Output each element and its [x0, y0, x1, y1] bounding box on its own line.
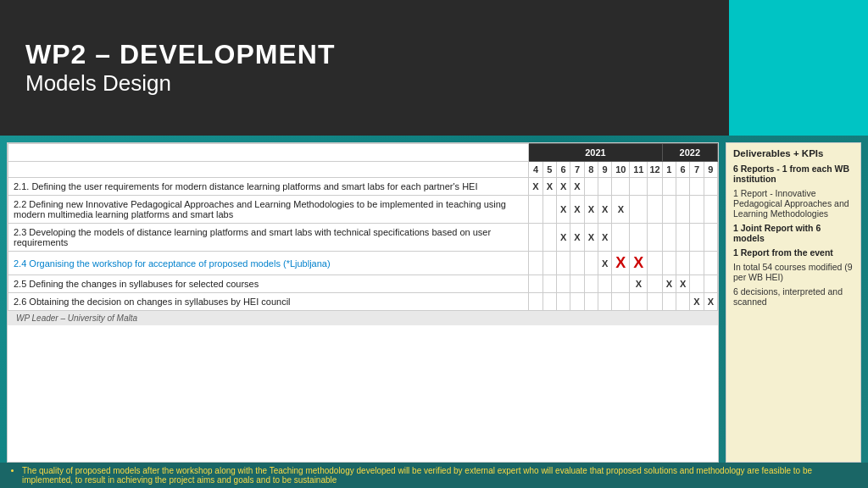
cell-26-11	[630, 293, 648, 311]
cell-26-12	[648, 293, 662, 311]
task-22: 2.2 Defining new Innovative Pedagogical …	[8, 196, 529, 224]
deliverable-item-3: 1 Joint Report with 6 models	[733, 223, 854, 243]
month-2022-1: 1	[662, 162, 676, 178]
cell-26-7	[570, 293, 584, 311]
cell-26-22-1	[662, 293, 676, 311]
cell-25-4	[529, 275, 542, 293]
cell-21-22-1	[662, 178, 676, 196]
cell-24-22-6	[676, 252, 689, 275]
cell-25-11: X	[630, 275, 648, 293]
cell-23-22-9	[704, 224, 717, 252]
cell-23-12	[648, 224, 662, 252]
table-area: 2021 2022 4 5 6 7 8 9 10 11 12	[0, 136, 868, 463]
month-2022-9: 9	[704, 162, 717, 178]
cell-24-10: X	[612, 252, 630, 275]
month-10: 10	[612, 162, 630, 178]
wp-leader-footer: WP Leader – University of Malta	[8, 311, 718, 325]
deliverables-panel: Deliverables + KPIs 6 Reports - 1 from e…	[726, 142, 861, 463]
cell-21-12	[648, 178, 662, 196]
bottom-note-text: The quality of proposed models after the…	[22, 466, 860, 485]
cell-25-9	[598, 275, 612, 293]
table-row: 2.6 Obtaining the decision on changes in…	[8, 293, 718, 311]
deliverable-item-6: 6 decisions, interpreted and scanned	[733, 286, 854, 307]
year-2021-header: 2021	[529, 144, 662, 162]
cell-26-22-6	[676, 293, 689, 311]
main-content: 2021 2022 4 5 6 7 8 9 10 11 12	[0, 136, 868, 488]
cell-23-22-7	[690, 224, 704, 252]
header-text: WP2 – DEVELOPMENT Models Design	[25, 39, 336, 97]
table-wrapper: 2021 2022 4 5 6 7 8 9 10 11 12	[7, 142, 719, 463]
cell-25-5	[542, 275, 556, 293]
cell-21-9	[598, 178, 612, 196]
cell-21-11	[630, 178, 648, 196]
cell-23-9: X	[598, 224, 612, 252]
task-21: 2.1. Defining the user requirements for …	[8, 178, 529, 196]
cell-25-22-1: X	[662, 275, 676, 293]
cell-25-6	[556, 275, 570, 293]
cell-24-7	[570, 252, 584, 275]
cell-21-8	[584, 178, 598, 196]
deliverables-title: Deliverables + KPIs	[733, 148, 854, 158]
task-25: 2.5 Defining the changes in syllabuses f…	[8, 275, 529, 293]
year-2022-header: 2022	[662, 144, 717, 162]
month-9: 9	[598, 162, 612, 178]
cell-21-4: X	[529, 178, 542, 196]
cell-22-4	[529, 196, 542, 224]
bottom-note: The quality of proposed models after the…	[0, 463, 868, 488]
cell-21-22-6	[676, 178, 689, 196]
cell-23-22-6	[676, 224, 689, 252]
cell-23-8: X	[584, 224, 598, 252]
cell-21-22-9	[704, 178, 717, 196]
task-24: 2.4 Organising the workshop for acceptan…	[8, 252, 529, 275]
month-7: 7	[570, 162, 584, 178]
table-row: 2.5 Defining the changes in syllabuses f…	[8, 275, 718, 293]
cell-25-22-9	[704, 275, 717, 293]
cell-26-5	[542, 293, 556, 311]
cell-21-22-7	[690, 178, 704, 196]
table-row: 2.4 Organising the workshop for acceptan…	[8, 252, 718, 275]
cell-25-8	[584, 275, 598, 293]
cell-25-10	[612, 275, 630, 293]
deliverable-item-1: 6 Reports - 1 from each WB institution	[733, 164, 854, 184]
cell-24-5	[542, 252, 556, 275]
table-row: 2.3 Developing the models of distance le…	[8, 224, 718, 252]
cell-22-10: X	[612, 196, 630, 224]
cell-26-4	[529, 293, 542, 311]
cell-23-10	[612, 224, 630, 252]
month-6: 6	[556, 162, 570, 178]
cell-26-6	[556, 293, 570, 311]
cell-26-8	[584, 293, 598, 311]
cell-22-22-1	[662, 196, 676, 224]
cell-26-9	[598, 293, 612, 311]
table-row: 2.2 Defining new Innovative Pedagogical …	[8, 196, 718, 224]
cell-24-11: X	[630, 252, 648, 275]
cell-25-22-7	[690, 275, 704, 293]
cell-22-6: X	[556, 196, 570, 224]
cell-22-22-6	[676, 196, 689, 224]
cell-22-12	[648, 196, 662, 224]
cell-25-12	[648, 275, 662, 293]
cell-23-4	[529, 224, 542, 252]
cell-23-22-1	[662, 224, 676, 252]
deliverable-item-2: 1 Report - Innovative Pedagogical Approa…	[733, 188, 854, 219]
table-row: 2.1. Defining the user requirements for …	[8, 178, 718, 196]
month-8: 8	[584, 162, 598, 178]
month-2022-7: 7	[690, 162, 704, 178]
cell-23-11	[630, 224, 648, 252]
cell-24-9: X	[598, 252, 612, 275]
cell-21-7: X	[570, 178, 584, 196]
deliverable-item-4: 1 Report from the event	[733, 247, 854, 258]
cell-22-7: X	[570, 196, 584, 224]
month-headers: 4 5 6 7 8 9 10 11 12 1 6 7 9	[8, 162, 718, 178]
deliverable-item-5: In total 54 courses modified (9 per WB H…	[733, 262, 854, 282]
cell-24-22-9	[704, 252, 717, 275]
task-23: 2.3 Developing the models of distance le…	[8, 224, 529, 252]
cell-26-10	[612, 293, 630, 311]
cell-26-22-7: X	[690, 293, 704, 311]
month-11: 11	[630, 162, 648, 178]
cell-25-22-6: X	[676, 275, 689, 293]
month-12: 12	[648, 162, 662, 178]
cell-24-4	[529, 252, 542, 275]
cell-22-8: X	[584, 196, 598, 224]
month-5: 5	[542, 162, 556, 178]
